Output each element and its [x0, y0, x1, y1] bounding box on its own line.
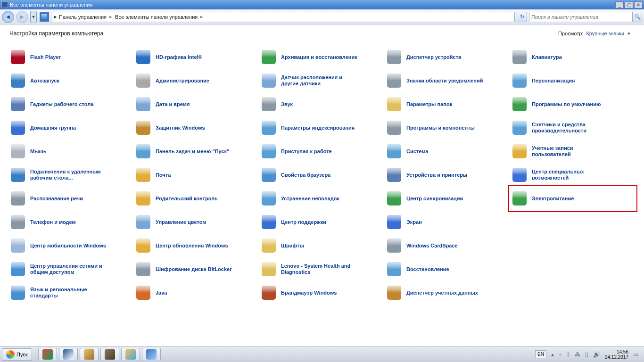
cpl-item-defender[interactable]: Защитник Windows — [134, 116, 259, 140]
cpl-item-backup[interactable]: Архивация и восстановление — [259, 45, 385, 69]
back-button[interactable]: ◄ — [2, 11, 14, 23]
chevron-down-icon: ▼ — [627, 32, 631, 36]
cpl-item-programs[interactable]: Программы и компоненты — [385, 116, 510, 140]
backup-icon — [261, 49, 276, 65]
cpl-item-defaults[interactable]: Программы по умолчанию — [510, 92, 636, 116]
svg-rect-45 — [262, 50, 276, 57]
sync-icon — [387, 191, 402, 206]
search-input[interactable] — [529, 14, 632, 20]
cpl-item-troubleshoot[interactable]: Устранение неполадок — [259, 187, 385, 210]
cpl-item-indexing[interactable]: Параметры индексирования — [259, 116, 385, 140]
cpl-item-devices[interactable]: Устройства и принтеры — [385, 163, 510, 187]
cpl-item-system[interactable]: Система — [385, 140, 510, 163]
mobility-icon — [10, 238, 25, 253]
cpl-item-fonts[interactable]: Шрифты — [259, 234, 385, 257]
taskbar-app-word[interactable] — [59, 348, 78, 361]
cpl-item-homegroup[interactable]: Домашняя группа — [8, 116, 134, 140]
cpl-item-remote[interactable]: Подключения к удаленным рабочим стола... — [8, 163, 134, 187]
cpl-item-display[interactable]: Экран — [385, 210, 510, 234]
cpl-item-keyboard[interactable]: Клавиатура — [510, 45, 636, 69]
cpl-item-ease[interactable]: Центр специальных возможностей — [510, 163, 636, 187]
cpl-item-admin[interactable]: Администрирование — [134, 69, 259, 92]
cpl-item-speech[interactable]: Распознавание речи — [8, 187, 134, 210]
show-desktop-icon[interactable]: ▭ — [633, 351, 638, 358]
svg-rect-17 — [11, 239, 25, 246]
view-selector[interactable]: Просмотр: Крупные значки ▼ — [558, 30, 631, 37]
cpl-item-firewall[interactable]: Брандмауэр Windows — [259, 281, 385, 304]
cpl-item-credential[interactable]: Диспетчер учетных данных — [385, 281, 510, 304]
cpl-item-sensors[interactable]: Датчик расположения и другие датчики — [259, 69, 385, 92]
cpl-item-label: Java — [156, 290, 167, 296]
cpl-item-flash[interactable]: Flash Player — [8, 45, 134, 69]
forward-button[interactable]: ► — [16, 11, 28, 23]
search-icon[interactable]: 🔍 — [632, 12, 642, 22]
cpl-item-internet[interactable]: Свойства браузера — [259, 163, 385, 187]
java-icon — [136, 285, 151, 300]
homegroup-icon — [10, 120, 25, 135]
cpl-item-network[interactable]: Центр управления сетями и общим доступом — [8, 257, 134, 281]
cpl-item-tray[interactable]: Значки области уведомлений — [385, 69, 510, 92]
cpl-item-lenovo[interactable]: Lenovo - System Health and Diagnostics — [259, 257, 385, 281]
defender-icon — [136, 120, 151, 135]
svg-rect-3 — [11, 74, 25, 81]
cpl-item-label: Приступая к работе — [281, 148, 332, 155]
refresh-button[interactable]: ↻ — [517, 12, 527, 22]
history-dropdown[interactable]: ▼ — [30, 11, 37, 23]
cpl-item-bitlocker[interactable]: Шифрование диска BitLocker — [134, 257, 259, 281]
language-indicator[interactable]: EN — [535, 350, 546, 358]
breadcrumb-part[interactable]: Все элементы панели управления — [115, 14, 198, 20]
cpl-item-devmgr[interactable]: Диспетчер устройств — [385, 45, 510, 69]
bluetooth-icon[interactable]: ᛒ — [567, 351, 570, 358]
tray-up-icon[interactable]: ▴ — [551, 351, 554, 358]
minimize-button[interactable]: _ — [615, 1, 624, 8]
cpl-item-power[interactable]: Электропитание — [510, 187, 636, 210]
cpl-item-users[interactable]: Учетные записи пользователей — [510, 140, 636, 163]
cpl-item-intel[interactable]: HD-графика Intel® — [134, 45, 259, 69]
cpl-item-region[interactable]: Язык и региональные стандарты — [8, 281, 134, 304]
cpl-item-autoplay[interactable]: Автозапуск — [8, 69, 134, 92]
cpl-item-mouse[interactable]: Мышь — [8, 140, 134, 163]
cpl-item-parental[interactable]: Родительский контроль — [134, 187, 259, 210]
search-box[interactable]: 🔍 — [529, 12, 642, 22]
cpl-item-sound[interactable]: Звук — [259, 92, 385, 116]
cpl-item-personalize[interactable]: Персонализация — [510, 69, 636, 92]
cpl-item-recovery[interactable]: Восстановление — [385, 257, 510, 281]
cpl-item-datetime[interactable]: Дата и время — [134, 92, 259, 116]
cpl-item-label: Распознавание речи — [30, 196, 83, 202]
taskbar-app-control-panel[interactable] — [142, 348, 161, 361]
cpl-item-phone[interactable]: Телефон и модем — [8, 210, 134, 234]
avast-icon[interactable]: ⌁ — [559, 351, 562, 358]
cpl-item-mail[interactable]: Почта — [134, 163, 259, 187]
cpl-item-action[interactable]: Центр поддержки — [259, 210, 385, 234]
cpl-item-getstarted[interactable]: Приступая к работе — [259, 140, 385, 163]
folder-icon — [387, 97, 402, 112]
maximize-button[interactable]: ▢ — [625, 1, 633, 8]
battery-icon[interactable]: ▯ — [585, 351, 588, 358]
clock[interactable]: 14:56 24.12.2017 — [605, 349, 628, 360]
svg-rect-97 — [512, 144, 527, 151]
taskbar-app-chrome[interactable] — [38, 348, 57, 361]
cpl-item-label: Звук — [281, 101, 293, 107]
network-icon[interactable]: 🖧 — [575, 351, 580, 358]
breadcrumb-part[interactable]: Панель управления — [59, 14, 107, 20]
volume-icon[interactable]: 🔊 — [593, 351, 600, 358]
close-button[interactable]: ✕ — [634, 1, 643, 8]
cpl-item-java[interactable]: Java — [134, 281, 259, 304]
taskbar-app-explorer[interactable] — [121, 348, 140, 361]
cpl-item-taskbar[interactable]: Панель задач и меню "Пуск" — [134, 140, 259, 163]
cpl-item-mobility[interactable]: Центр мобильности Windows — [8, 234, 134, 257]
cpl-item-color[interactable]: Управление цветом — [134, 210, 259, 234]
cpl-item-update[interactable]: Центр обновления Windows — [134, 234, 259, 257]
breadcrumb[interactable]: ▸ Панель управления ▸ Все элементы панел… — [52, 12, 515, 22]
taskbar-app-gimp[interactable] — [100, 348, 119, 361]
cpl-item-cardspace[interactable]: Windows CardSpace — [385, 234, 510, 257]
start-button[interactable]: Пуск — [2, 348, 32, 361]
svg-rect-33 — [136, 168, 150, 175]
cpl-item-sync[interactable]: Центр синхронизации — [385, 187, 510, 210]
cpl-item-perf[interactable]: Счетчики и средства производительности — [510, 116, 636, 140]
cpl-item-gadgets[interactable]: Гаджеты рабочего стола — [8, 92, 134, 116]
personalize-icon — [512, 73, 527, 88]
taskbar-app-paint[interactable] — [80, 348, 99, 361]
cpl-item-folder[interactable]: Параметры папок — [385, 92, 510, 116]
cpl-item-label: Центр специальных возможностей — [532, 169, 612, 181]
